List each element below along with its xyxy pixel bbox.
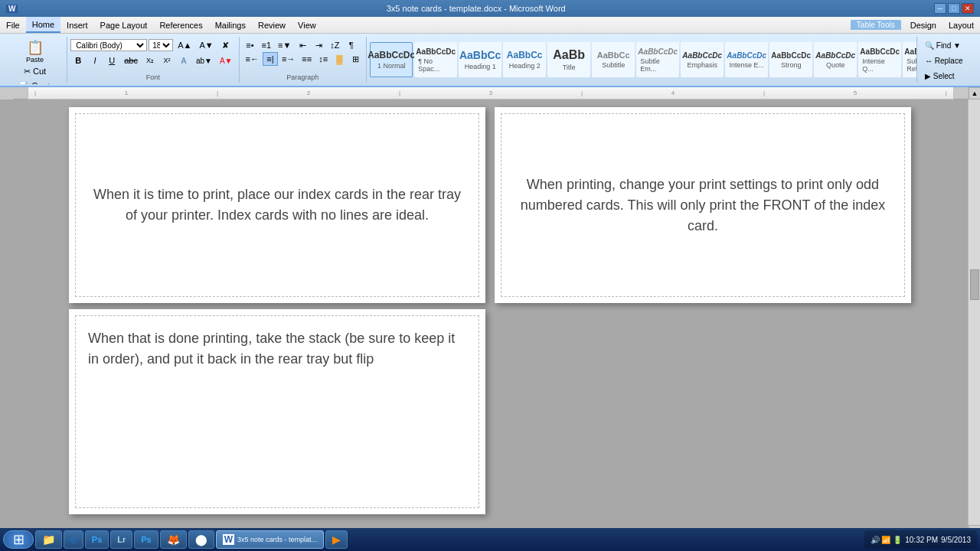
vertical-scrollbar: ▲ ▼ — [968, 87, 980, 537]
style-subtle-em[interactable]: AaBbCcDc Subtle Em... — [636, 42, 679, 77]
sort-button[interactable]: ↕Z — [327, 38, 342, 52]
text-effects-button[interactable]: A — [176, 54, 191, 67]
multilevel-button[interactable]: ≡▼ — [275, 38, 294, 52]
menu-file[interactable]: File — [0, 17, 26, 33]
justify-button[interactable]: ≡≡ — [299, 52, 315, 66]
firefox-icon: 🦊 — [167, 533, 180, 546]
menu-view[interactable]: View — [292, 17, 322, 33]
taskbar-vlc[interactable]: ▶ — [325, 530, 348, 549]
ruler-mark: | — [581, 90, 583, 96]
ruler-mark: | — [763, 90, 765, 96]
taskbar-photoshop2[interactable]: Ps — [134, 530, 158, 549]
word-icon: W — [6, 5, 18, 13]
menu-references[interactable]: References — [153, 17, 208, 33]
ruler-mark: 1 — [125, 90, 128, 96]
card-3-inner[interactable]: When that is done printing, take the sta… — [75, 315, 479, 508]
minimize-button[interactable]: ─ — [934, 3, 946, 14]
style-subtle-ref[interactable]: AaBbCcDc Subtle Ref... — [903, 42, 917, 77]
style-normal[interactable]: AaBbCcDc 1 Normal — [370, 42, 413, 77]
clear-format-button[interactable]: ✘ — [218, 38, 234, 52]
style-heading2[interactable]: AaBbCc Heading 2 — [503, 42, 546, 77]
ruler-left-space — [0, 87, 14, 99]
card-1-inner[interactable]: When it is time to print, place our inde… — [75, 113, 479, 297]
menu-insert[interactable]: Insert — [60, 17, 94, 33]
style-emphasis[interactable]: AaBbCcDc Emphasis — [681, 42, 724, 77]
superscript-button[interactable]: X² — [159, 54, 175, 67]
font-color-button[interactable]: A▼ — [217, 54, 236, 67]
maximize-button[interactable]: □ — [948, 3, 960, 14]
borders-button[interactable]: ⊞ — [348, 52, 363, 66]
style-no-spacing-label: ¶ No Spac... — [418, 57, 453, 73]
numbering-button[interactable]: ≡1 — [259, 38, 275, 52]
title-bar-icons: W — [6, 5, 18, 13]
text-highlight-button[interactable]: ab▼ — [193, 54, 215, 67]
taskbar-explorer[interactable]: 📁 — [35, 530, 62, 549]
taskbar-photoshop[interactable]: Ps — [85, 530, 109, 549]
cards-grid: When it is time to print, place our inde… — [69, 107, 911, 514]
vlc-icon: ▶ — [332, 533, 341, 546]
show-formatting-button[interactable]: ¶ — [344, 38, 359, 52]
subscript-button[interactable]: X₂ — [142, 54, 158, 67]
chrome-icon: ⬤ — [195, 533, 207, 546]
cut-button[interactable]: ✂ Cut — [8, 64, 62, 78]
bullets-button[interactable]: ≡• — [243, 38, 258, 52]
paragraph-label: Paragraph — [243, 72, 364, 81]
style-emphasis-preview: AaBbCcDc — [682, 51, 722, 60]
start-button[interactable]: ⊞ — [3, 530, 34, 549]
italic-button[interactable]: I — [87, 54, 103, 67]
scroll-thumb[interactable] — [970, 269, 979, 300]
underline-button[interactable]: U — [104, 54, 119, 67]
menu-page-layout[interactable]: Page Layout — [94, 17, 154, 33]
style-intense-q[interactable]: AaBbCcDc Intense Q... — [858, 42, 901, 77]
style-intense-em[interactable]: AaBbCcDc Intense E... — [725, 42, 768, 77]
taskbar-word[interactable]: W 3x5 note cards - templat... — [216, 530, 324, 549]
align-center-button[interactable]: ≡| — [263, 52, 278, 66]
style-title[interactable]: AaBb Title — [547, 42, 590, 77]
style-heading1[interactable]: AaBbCc Heading 1 — [459, 42, 501, 77]
select-button[interactable]: ▶ Select — [922, 69, 972, 83]
menu-layout[interactable]: Layout — [942, 17, 980, 33]
style-quote[interactable]: AaBbCcDc Quote — [814, 42, 857, 77]
menu-mailings[interactable]: Mailings — [209, 17, 252, 33]
title-bar: W 3x5 note cards - template.docx - Micro… — [0, 0, 980, 17]
ruler-mark: 5 — [854, 90, 857, 96]
menu-review[interactable]: Review — [252, 17, 292, 33]
document-canvas: When it is time to print, place our inde… — [0, 99, 980, 523]
taskbar-firefox[interactable]: 🦊 — [160, 530, 187, 549]
font-label: Font — [70, 72, 235, 81]
style-normal-preview: AaBbCcDc — [368, 50, 415, 60]
increase-font-button[interactable]: A▲ — [175, 38, 194, 52]
menu-design[interactable]: Design — [904, 17, 942, 33]
ruler-mark: | — [217, 90, 218, 96]
taskbar-lightroom[interactable]: Lr — [110, 530, 132, 549]
paste-icon: 📋 — [27, 39, 44, 56]
decrease-indent-button[interactable]: ⇤ — [295, 38, 310, 52]
style-subtitle[interactable]: AaBbCc Subtitle — [592, 42, 635, 77]
taskbar-ie[interactable]: e — [64, 530, 83, 549]
taskbar-chrome[interactable]: ⬤ — [188, 530, 214, 549]
font-name-select[interactable]: Calibri (Body) — [70, 39, 147, 51]
align-right-button[interactable]: ≡→ — [279, 52, 298, 66]
align-left-button[interactable]: ≡← — [243, 52, 262, 66]
style-strong[interactable]: AaBbCcDc Strong — [769, 42, 812, 77]
style-quote-label: Quote — [826, 61, 845, 69]
replace-button[interactable]: ↔ Replace — [922, 54, 972, 67]
decrease-font-button[interactable]: A▼ — [196, 38, 216, 52]
style-strong-preview: AaBbCcDc — [771, 51, 811, 60]
line-spacing-button[interactable]: ↕≡ — [315, 52, 331, 66]
strikethrough-button[interactable]: abc — [121, 54, 141, 67]
font-size-select[interactable]: 18 — [149, 39, 173, 51]
menu-home[interactable]: Home — [26, 17, 60, 33]
style-intense-q-label: Intense Q... — [862, 57, 897, 73]
find-button[interactable]: 🔍 Find ▼ — [922, 38, 972, 52]
scroll-track[interactable] — [969, 99, 980, 525]
paste-button[interactable]: 📋 Paste — [8, 38, 62, 64]
shading-button[interactable]: ▓ — [332, 52, 347, 66]
style-no-spacing[interactable]: AaBbCcDc ¶ No Spac... — [414, 42, 457, 77]
scroll-up-button[interactable]: ▲ — [969, 87, 980, 99]
close-button[interactable]: ✕ — [962, 3, 974, 14]
card-2-inner[interactable]: When printing, change your print setting… — [501, 113, 905, 297]
bold-button[interactable]: B — [70, 54, 86, 67]
increase-indent-button[interactable]: ⇥ — [311, 38, 326, 52]
style-subtle-ref-preview: AaBbCcDc — [904, 47, 917, 56]
